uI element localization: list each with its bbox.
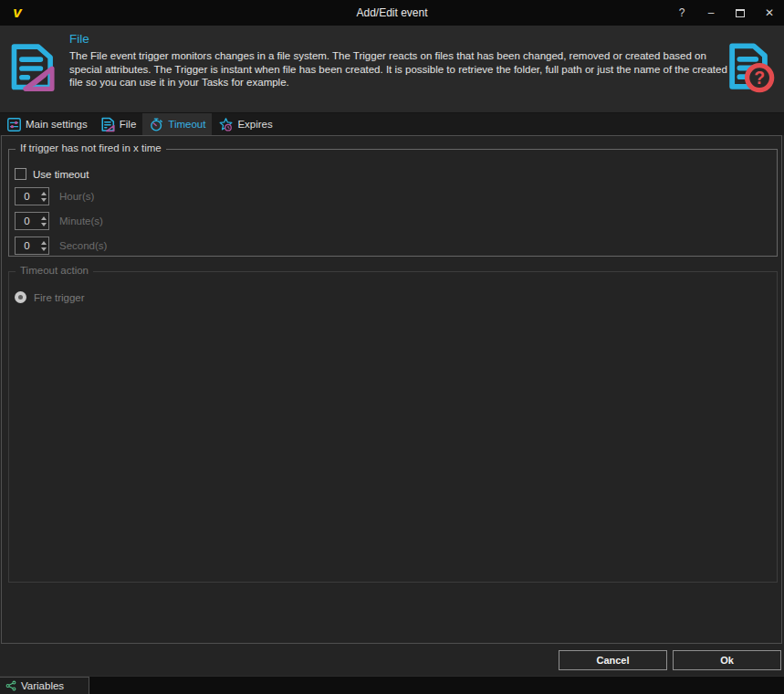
status-bar: Variables [0,676,784,694]
maximize-icon [736,9,745,17]
hours-row: 0 Hour(s) [15,187,94,205]
description-line: The File event trigger monitors changes … [69,49,727,63]
sliders-icon [6,117,22,132]
variables-panel-tab[interactable]: Variables [0,677,89,694]
timeout-settings-group: If trigger has not fired in x time Use t… [8,149,778,257]
timeout-action-group: Timeout action Fire trigger [8,271,778,583]
tab-label: Expires [237,119,272,130]
cancel-button[interactable]: Cancel [559,650,667,670]
radio-dot [18,295,23,300]
stopwatch-icon [149,117,164,132]
share-nodes-icon [5,680,16,691]
tab-label: Timeout [168,119,205,130]
spin-down-icon[interactable] [41,198,47,202]
header-banner: File The File event trigger monitors cha… [0,26,784,112]
hours-spinner[interactable]: 0 [15,187,49,205]
use-timeout-checkbox[interactable] [15,168,26,180]
group-title: If trigger has not fired in x time [16,142,166,153]
tab-expires[interactable]: Expires [212,113,278,135]
variables-label: Variables [21,680,64,691]
file-change-icon [7,32,58,103]
timeout-tab-page: If trigger has not fired in x time Use t… [1,135,782,644]
fire-trigger-radio[interactable] [15,291,26,303]
maximize-button[interactable] [726,0,755,26]
tab-strip: Main settings File Timeout [0,112,784,135]
event-type-description: The File event trigger monitors changes … [69,49,727,89]
star-clock-icon [218,117,234,132]
seconds-label: Second(s) [59,240,107,251]
spin-down-icon[interactable] [41,247,47,251]
description-line: special attributes. The Trigger is insta… [69,63,727,77]
tab-label: Main settings [26,119,88,130]
group-title: Timeout action [16,265,93,276]
hours-value: 0 [16,191,38,202]
seconds-value: 0 [16,240,38,251]
fire-trigger-row: Fire trigger [15,291,85,303]
tab-label: File [120,119,137,130]
spinner-arrows [38,237,48,254]
minutes-spinner[interactable]: 0 [15,212,49,230]
help-button[interactable]: ? [667,0,696,26]
fire-trigger-label: Fire trigger [34,292,85,303]
spin-up-icon[interactable] [41,241,47,245]
seconds-spinner[interactable]: 0 [15,237,49,255]
file-change-icon [100,117,116,132]
file-help-icon: ? [723,32,776,103]
minutes-value: 0 [16,216,38,226]
minutes-label: Minute(s) [59,216,103,226]
add-edit-event-window: v Add/Edit event ? – ✕ File The File eve… [0,0,784,694]
use-timeout-row: Use timeout [15,168,89,180]
spin-up-icon[interactable] [41,216,47,220]
minimize-button[interactable]: – [696,0,726,26]
spin-up-icon[interactable] [41,192,47,195]
tab-main-settings[interactable]: Main settings [0,113,94,135]
close-button[interactable]: ✕ [755,0,784,26]
use-timeout-label: Use timeout [33,169,89,180]
minutes-row: 0 Minute(s) [15,212,103,230]
window-controls: ? – ✕ [667,0,784,26]
tab-file[interactable]: File [94,113,143,135]
tab-timeout[interactable]: Timeout [142,113,212,135]
window-title: Add/Edit event [356,0,427,26]
svg-text:?: ? [754,68,765,88]
spin-down-icon[interactable] [41,223,47,226]
spinner-arrows [38,213,48,229]
description-line: file so you can use it in your Tasks for… [69,76,727,89]
ok-button[interactable]: Ok [673,650,781,670]
app-logo-icon: v [8,4,26,22]
seconds-row: 0 Second(s) [15,237,107,255]
event-type-title: File [69,32,89,46]
title-bar: v Add/Edit event ? – ✕ [0,0,784,26]
hours-label: Hour(s) [59,191,94,202]
spinner-arrows [38,188,48,205]
